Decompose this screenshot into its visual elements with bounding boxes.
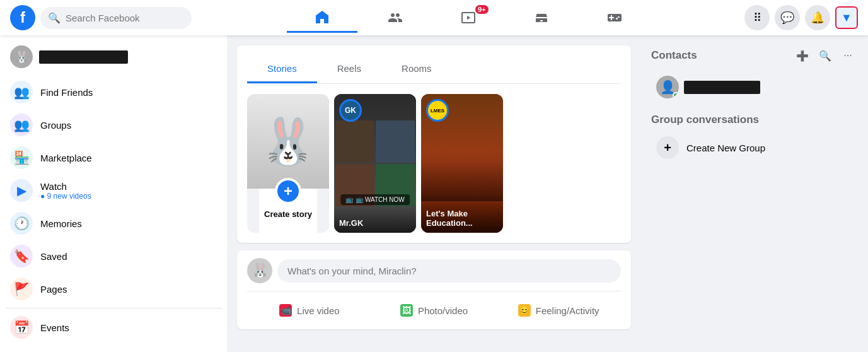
sidebar-item-groups[interactable]: 👥 Groups (5, 109, 222, 141)
story-card-lmes[interactable]: LMES Let's Make Education... (421, 94, 503, 233)
composer-input[interactable] (277, 259, 621, 283)
contact-name: ██ (684, 81, 760, 94)
nav-item-friends[interactable] (360, 3, 431, 33)
memories-icon: 🕐 (10, 212, 33, 235)
watch-notification-badge: 9+ (475, 5, 489, 14)
header: f 🔍 9+ ⠿ 💬 🔔 ▼ (0, 0, 868, 35)
live-video-button[interactable]: 📹 Live video (247, 299, 372, 322)
stories-card: Stories Reels Rooms 🐰 + Create story (237, 45, 631, 243)
story-bottom: + Create story (259, 189, 317, 233)
online-indicator (673, 92, 679, 98)
nav-item-marketplace[interactable] (506, 3, 577, 33)
pages-icon: 🚩 (10, 278, 33, 300)
post-composer: 🐰 📹 Live video 🖼 Photo/video 😊 Feeling/A… (237, 250, 631, 329)
left-sidebar: 🐰 ██ 👥 Find Friends 👥 Groups 🏪 Marketpla… (0, 35, 227, 352)
search-input[interactable] (66, 13, 184, 23)
nav-item-gaming[interactable] (579, 3, 650, 33)
groups-icon: 👥 (10, 114, 33, 136)
sidebar-item-marketplace[interactable]: 🏪 Marketplace (5, 141, 222, 174)
notifications-button[interactable]: 🔔 (805, 5, 830, 30)
photo-video-button[interactable]: 🖼 Photo/video (372, 299, 497, 322)
live-video-icon: 📹 (279, 304, 292, 317)
avatar: 🐰 (10, 45, 33, 68)
sidebar-item-watch[interactable]: ▶ Watch ● 9 new videos (5, 174, 222, 207)
plus-circle-icon: + (656, 136, 679, 159)
story-avatar-mr-gk: GK (339, 99, 362, 122)
watch-now-icon: 📺 (345, 196, 353, 203)
sidebar-item-label: Events (40, 322, 69, 333)
sidebar-item-label: Memories (40, 218, 82, 229)
feeling-activity-button[interactable]: 😊 Feeling/Activity (496, 299, 621, 322)
contacts-header: Contacts ➕ 🔍 ··· (651, 45, 858, 66)
live-video-label: Live video (297, 305, 340, 316)
account-menu-button[interactable]: ▼ (835, 6, 858, 29)
saved-icon: 🔖 (10, 245, 33, 267)
right-sidebar: Contacts ➕ 🔍 ··· 👤 ██ Group conversation… (641, 35, 868, 352)
watch-subtext: ● 9 new videos (40, 192, 91, 201)
events-icon: 📅 (10, 316, 33, 339)
search-bar[interactable]: 🔍 (40, 7, 192, 29)
create-story-card[interactable]: 🐰 + Create story (247, 94, 329, 233)
grid-menu-button[interactable]: ⠿ (744, 5, 770, 30)
sidebar-item-label: Groups (40, 120, 71, 131)
composer-avatar: 🐰 (247, 258, 272, 283)
feeling-icon: 😊 (518, 304, 531, 317)
stories-tabs: Stories Reels Rooms (247, 56, 621, 84)
search-contacts-button[interactable]: 🔍 (815, 45, 835, 66)
contacts-title: Contacts (651, 49, 697, 62)
facebook-logo[interactable]: f (10, 5, 35, 30)
page-layout: 🐰 ██ 👥 Find Friends 👥 Groups 🏪 Marketpla… (0, 0, 868, 352)
create-group-label: Create New Group (686, 143, 765, 153)
sidebar-item-label: Marketplace (40, 153, 92, 163)
header-center-nav: 9+ (287, 3, 650, 33)
marketplace-icon: 🏪 (10, 146, 33, 169)
main-content: Stories Reels Rooms 🐰 + Create story (227, 35, 641, 352)
sidebar-item-events[interactable]: 📅 Events (5, 311, 222, 344)
nav-item-watch[interactable]: 9+ (433, 3, 504, 33)
contacts-more-button[interactable]: ··· (838, 45, 858, 66)
sidebar-item-label: Saved (40, 251, 67, 262)
story-card-mr-gk[interactable]: GK 📺 📺 WATCH NOW Mr.GK (334, 94, 416, 233)
contact-avatar: 👤 (656, 76, 679, 98)
create-new-group-button[interactable]: + Create New Group (651, 131, 858, 164)
user-name: ██ (39, 50, 128, 64)
watch-icon: ▶ (10, 179, 33, 202)
search-icon: 🔍 (48, 12, 61, 24)
contacts-icons: ➕ 🔍 ··· (792, 45, 858, 66)
story-label-lmes: Let's Make Education... (421, 194, 503, 233)
create-story-label: Create story (264, 209, 312, 219)
story-avatar-lmes: LMES (426, 99, 449, 122)
sidebar-item-saved[interactable]: 🔖 Saved (5, 240, 222, 273)
user-profile-link[interactable]: 🐰 ██ (5, 40, 222, 73)
watch-now-label: 📺 WATCH NOW (356, 196, 405, 203)
sidebar-item-label: Pages (40, 284, 67, 295)
sidebar-watch-label: Watch (40, 181, 91, 192)
sidebar-item-memories[interactable]: 🕐 Memories (5, 207, 222, 240)
create-story-plus-button[interactable]: + (275, 178, 301, 204)
tab-reels[interactable]: Reels (317, 56, 381, 83)
header-right: ⠿ 💬 🔔 ▼ (744, 5, 858, 30)
tab-rooms[interactable]: Rooms (381, 56, 452, 83)
composer-top: 🐰 (247, 258, 621, 283)
tab-stories[interactable]: Stories (247, 56, 317, 83)
sidebar-item-label: Find Friends (40, 87, 93, 98)
group-conversations-title: Group conversations (651, 114, 858, 126)
group-conversations-section: Group conversations + Create New Group (651, 114, 858, 164)
new-group-chat-button[interactable]: ➕ (792, 45, 813, 66)
header-left: f 🔍 (10, 5, 192, 30)
nav-item-home[interactable] (287, 3, 357, 33)
watch-label-group: Watch ● 9 new videos (40, 181, 91, 201)
sidebar-divider (5, 308, 222, 308)
photo-video-icon: 🖼 (400, 304, 413, 317)
sidebar-item-find-friends[interactable]: 👥 Find Friends (5, 76, 222, 109)
find-friends-icon: 👥 (10, 81, 33, 103)
photo-video-label: Photo/video (418, 305, 468, 316)
contact-item[interactable]: 👤 ██ (651, 71, 858, 103)
feeling-label: Feeling/Activity (536, 305, 599, 316)
story-image-top: 🐰 (247, 94, 329, 189)
story-label-mr-gk: Mr.GK (334, 203, 416, 233)
messenger-button[interactable]: 💬 (775, 5, 800, 30)
sidebar-item-pages[interactable]: 🚩 Pages (5, 273, 222, 305)
composer-actions: 📹 Live video 🖼 Photo/video 😊 Feeling/Act… (247, 291, 621, 322)
stories-row: 🐰 + Create story (247, 94, 621, 233)
